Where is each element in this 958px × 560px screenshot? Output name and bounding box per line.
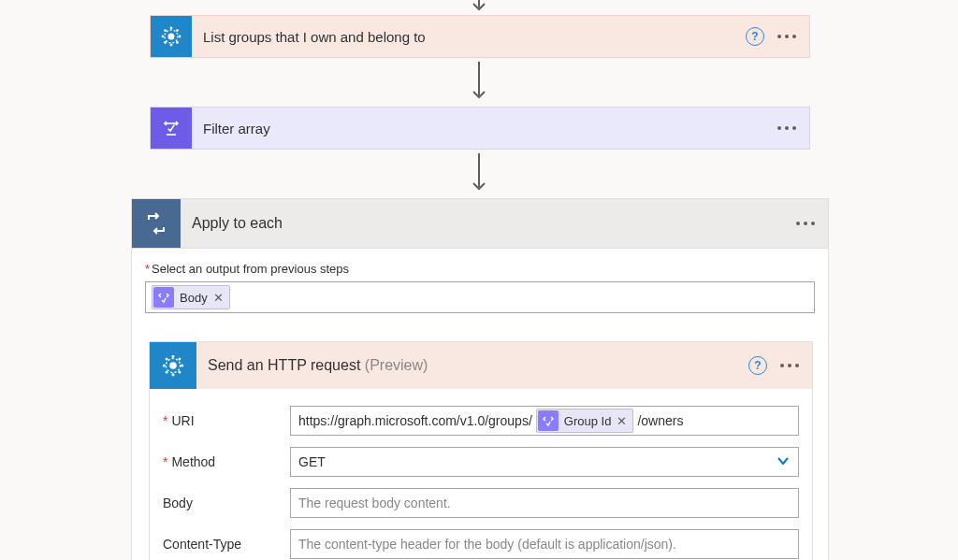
data-operations-token-icon xyxy=(538,410,559,431)
connector-arrow-2[interactable] xyxy=(470,153,488,194)
svg-point-4 xyxy=(170,44,173,47)
svg-point-22 xyxy=(178,370,181,373)
method-value: GET xyxy=(298,454,326,469)
remove-token-button[interactable]: ✕ xyxy=(213,291,224,305)
svg-point-9 xyxy=(164,41,167,44)
svg-point-5 xyxy=(162,36,165,38)
send-http-header[interactable]: Send an HTTP request (Preview) ? xyxy=(150,342,812,389)
action-title: Apply to each xyxy=(181,215,796,232)
svg-point-7 xyxy=(164,29,167,32)
content-type-placeholder: The content-type header for the body (de… xyxy=(298,537,676,552)
dynamic-content-token-body[interactable]: Body ✕ xyxy=(152,285,230,309)
svg-point-21 xyxy=(166,370,168,373)
help-icon[interactable]: ? xyxy=(748,356,767,375)
loop-icon xyxy=(132,199,181,248)
svg-point-17 xyxy=(163,364,166,366)
uri-label: *URI xyxy=(163,413,290,428)
action-title: Filter array xyxy=(192,121,777,136)
svg-point-1 xyxy=(165,30,178,43)
data-operations-icon xyxy=(151,108,192,149)
action-card-list-groups[interactable]: List groups that I own and belong to ? xyxy=(150,15,810,58)
svg-point-6 xyxy=(179,36,181,38)
office365-groups-icon xyxy=(150,342,196,389)
svg-point-15 xyxy=(171,355,174,358)
more-menu-button[interactable] xyxy=(777,35,796,38)
office365-groups-icon xyxy=(151,16,192,57)
body-input[interactable]: The request body content. xyxy=(290,488,799,518)
method-select[interactable]: GET xyxy=(290,447,799,477)
remove-token-button[interactable]: ✕ xyxy=(617,414,627,428)
svg-point-20 xyxy=(178,358,181,361)
action-title: List groups that I own and belong to xyxy=(192,29,746,45)
svg-point-8 xyxy=(176,29,179,32)
data-operations-token-icon xyxy=(153,287,174,308)
body-label: Body xyxy=(163,495,290,510)
action-card-filter-array[interactable]: Filter array xyxy=(150,107,810,150)
token-label: Group Id xyxy=(564,414,612,428)
action-card-send-http-request: Send an HTTP request (Preview) ? *URI ht… xyxy=(149,341,813,560)
connector-arrow-1[interactable] xyxy=(470,62,488,103)
action-title: Send an HTTP request (Preview) xyxy=(196,357,748,374)
preview-tag: (Preview) xyxy=(365,357,428,373)
svg-point-19 xyxy=(166,358,168,361)
select-output-input[interactable]: Body ✕ xyxy=(145,281,815,313)
method-label: *Method xyxy=(163,454,290,469)
select-output-label: *Select an output from previous steps xyxy=(132,249,828,281)
action-card-apply-to-each: Apply to each *Select an output from pre… xyxy=(131,198,829,560)
content-type-label: Content-Type xyxy=(163,537,290,552)
help-icon[interactable]: ? xyxy=(746,27,764,46)
more-menu-button[interactable] xyxy=(796,222,815,225)
connector-arrow-top xyxy=(470,0,488,15)
apply-to-each-header[interactable]: Apply to each xyxy=(132,199,828,249)
dynamic-content-token-group-id[interactable]: Group Id ✕ xyxy=(536,409,634,433)
chevron-down-icon xyxy=(776,453,791,471)
svg-point-13 xyxy=(166,358,180,372)
uri-suffix-text: /owners xyxy=(637,413,683,428)
svg-point-2 xyxy=(168,34,175,40)
more-menu-button[interactable] xyxy=(777,126,796,130)
more-menu-button[interactable] xyxy=(780,364,799,367)
svg-point-18 xyxy=(181,364,183,366)
svg-point-10 xyxy=(176,41,179,44)
body-placeholder: The request body content. xyxy=(298,495,451,510)
uri-prefix-text: https://graph.microsoft.com/v1.0/groups/ xyxy=(298,413,532,428)
uri-input[interactable]: https://graph.microsoft.com/v1.0/groups/… xyxy=(290,406,799,436)
svg-point-3 xyxy=(170,27,173,30)
token-label: Body xyxy=(180,291,208,305)
content-type-input[interactable]: The content-type header for the body (de… xyxy=(290,529,799,559)
svg-point-16 xyxy=(171,373,174,376)
svg-point-14 xyxy=(169,362,177,369)
